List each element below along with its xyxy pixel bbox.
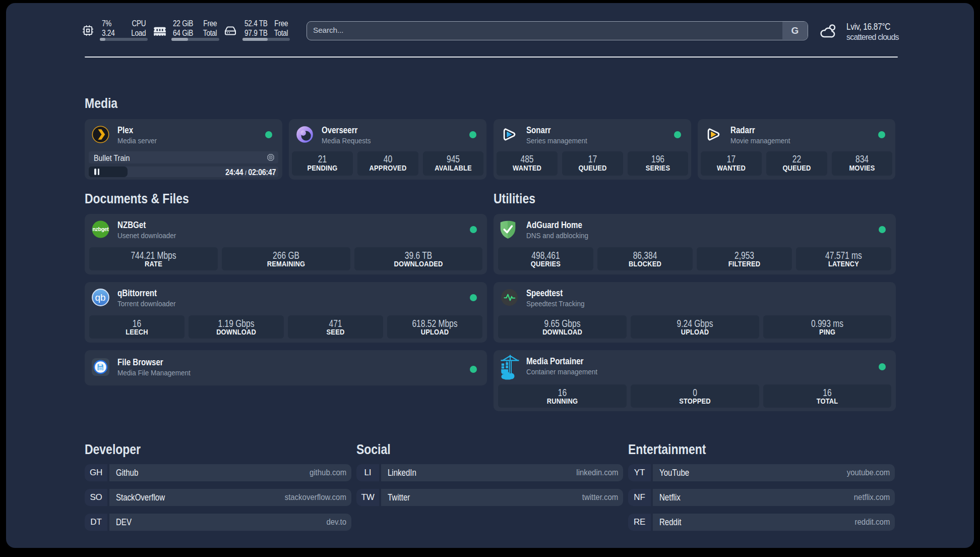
svg-text:qb: qb [95, 292, 105, 303]
svg-text:nzbget: nzbget [92, 226, 109, 232]
